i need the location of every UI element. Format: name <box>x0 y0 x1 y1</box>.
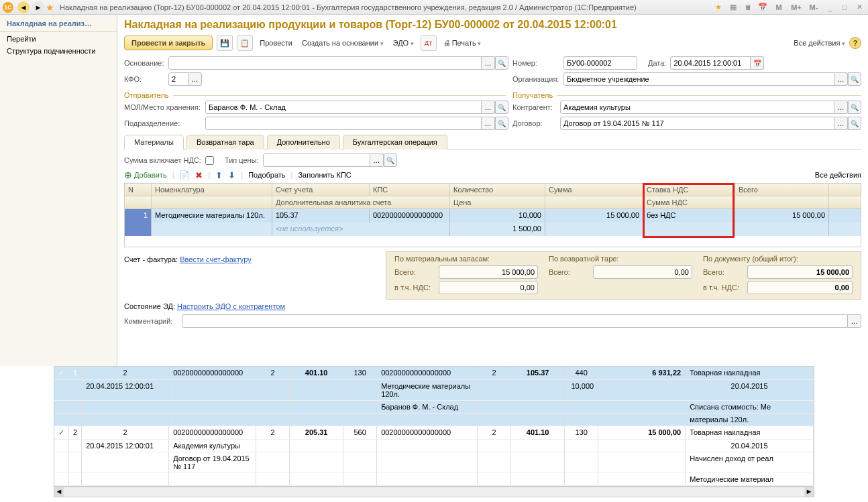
grid-row-1b[interactable]: <не используется> 1 500,00 <box>125 223 861 236</box>
receiver-section: Получатель <box>512 91 553 99</box>
tare-total <box>593 265 692 279</box>
minimize-button[interactable]: _ <box>824 3 836 11</box>
col-kps[interactable]: КПС <box>370 184 450 196</box>
sidebar: Накладная на реализ… Перейти Структура п… <box>0 15 117 366</box>
copy-row-icon[interactable]: 📄 <box>179 170 190 180</box>
post-close-button[interactable]: Провести и закрыть <box>124 36 213 50</box>
org-input[interactable] <box>563 72 834 86</box>
kontr-label: Контрагент: <box>512 103 556 111</box>
move-down-icon[interactable]: ⬇ <box>228 170 235 180</box>
col-acc2[interactable]: Дополнительная аналитика счета <box>272 196 450 208</box>
org-pick[interactable]: … <box>834 72 848 86</box>
osnovanie-input[interactable] <box>168 56 482 70</box>
sum-vat-label: Сумма включает НДС: <box>124 156 201 164</box>
org-label: Организация: <box>512 75 559 83</box>
favorite2-icon[interactable]: ★ <box>712 3 724 11</box>
podr-pick[interactable]: … <box>482 117 495 130</box>
kontr-open[interactable]: 🔍 <box>848 101 861 114</box>
sum-vat-checkbox[interactable] <box>205 156 214 165</box>
all-actions-button[interactable]: Все действия <box>794 39 845 47</box>
document-title: Накладная на реализацию продукции и това… <box>124 19 861 31</box>
col-price[interactable]: Цена <box>450 196 545 208</box>
kfo-input[interactable] <box>168 72 188 86</box>
print-button[interactable]: 🖨Печать <box>441 38 484 48</box>
post-icon[interactable]: 📋 <box>237 35 253 51</box>
osnovanie-label: Основание: <box>124 59 164 67</box>
invoice-link[interactable]: Ввести счет-фактуру <box>180 255 252 263</box>
tab-return-tare[interactable]: Возвратная тара <box>186 135 264 149</box>
dogovor-input[interactable] <box>560 117 834 130</box>
h-scrollbar[interactable]: ◄ ► <box>54 487 814 497</box>
sidebar-item-goto[interactable]: Перейти <box>0 33 117 45</box>
grid-all-actions[interactable]: Все действия <box>815 171 861 179</box>
post-button[interactable]: Провести <box>257 38 295 48</box>
osnovanie-pick[interactable]: … <box>482 56 495 70</box>
move-up-icon[interactable]: ⬆ <box>215 170 223 180</box>
col-total[interactable]: Всего <box>735 184 829 196</box>
close-button[interactable]: ✕ <box>853 3 865 11</box>
tab-additional[interactable]: Дополнительно <box>267 135 340 149</box>
podr-open[interactable]: 🔍 <box>495 117 508 130</box>
dogovor-open[interactable]: 🔍 <box>848 117 861 130</box>
grid-icon[interactable]: ▦ <box>727 3 739 11</box>
sidebar-item-structure[interactable]: Структура подчиненности <box>0 45 117 57</box>
sidebar-item-doc[interactable]: Накладная на реализ… <box>0 17 117 29</box>
price-type-label: Тип цены: <box>225 156 259 164</box>
podr-input[interactable] <box>205 117 482 130</box>
fill-kps-button[interactable]: Заполнить КПС <box>298 171 351 179</box>
bg-row-2[interactable]: ✓ 2 2 00200000000000000 2 205.31 560 002… <box>54 426 814 440</box>
totals-col2-title: По возвратной таре: <box>549 255 692 263</box>
kontr-input[interactable] <box>560 101 834 114</box>
grid-row-1[interactable]: 1 Методические материалы 120л. 105.37 00… <box>125 209 861 223</box>
comment-input[interactable] <box>182 314 848 328</box>
mol-pick[interactable]: … <box>482 101 495 114</box>
window-title: Накладная на реализацию (Торг-12) БУ00-0… <box>60 3 712 11</box>
col-n[interactable]: N <box>125 184 152 196</box>
col-vat-sum[interactable]: Сумма НДС <box>643 196 735 208</box>
main-toolbar: Провести и закрыть 💾 📋 Провести Создать … <box>124 35 861 51</box>
help-button[interactable]: ? <box>849 37 861 49</box>
totals-col3-title: По документу (общий итог): <box>703 255 853 263</box>
calc-icon[interactable]: 🖩 <box>742 3 754 11</box>
calendar-icon[interactable]: 📅 <box>757 3 769 11</box>
col-sum[interactable]: Сумма <box>545 184 643 196</box>
tab-materials[interactable]: Материалы <box>124 135 184 149</box>
pick-button[interactable]: Подобрать <box>248 171 285 179</box>
col-nom[interactable]: Номенклатура <box>152 184 272 196</box>
delete-row-icon[interactable]: ✖ <box>195 170 203 180</box>
edo-button[interactable]: ЭДО <box>390 38 417 48</box>
price-type-pick[interactable]: … <box>370 153 384 167</box>
kfo-pick[interactable]: … <box>188 72 202 86</box>
m-minus-button[interactable]: M- <box>806 3 821 11</box>
mol-open[interactable]: 🔍 <box>495 101 508 114</box>
org-open[interactable]: 🔍 <box>848 72 861 86</box>
col-qty[interactable]: Количество <box>450 184 545 196</box>
ed-state-link[interactable]: Настроить ЭДО с контрагентом <box>177 302 285 310</box>
forward-button[interactable]: ► <box>32 1 44 13</box>
kontr-pick[interactable]: … <box>834 101 848 114</box>
m-button[interactable]: M <box>771 3 786 11</box>
kfo-label: КФО: <box>124 75 164 83</box>
mol-input[interactable] <box>205 101 482 114</box>
tab-accounting[interactable]: Бухгалтерская операция <box>343 135 447 149</box>
add-row-button[interactable]: Добавить <box>124 170 167 180</box>
create-on-button[interactable]: Создать на основании <box>299 38 386 48</box>
price-type-open[interactable]: 🔍 <box>384 153 397 167</box>
doc-total <box>747 265 853 279</box>
save-icon[interactable]: 💾 <box>217 35 233 51</box>
col-acc[interactable]: Счет учета <box>272 184 370 196</box>
back-button[interactable]: ◄ <box>17 1 30 13</box>
bg-row-1[interactable]: ✓ 1 2 00200000000000000 2 401.10 130 002… <box>54 367 814 380</box>
osnovanie-open[interactable]: 🔍 <box>495 56 508 70</box>
maximize-button[interactable]: □ <box>838 3 851 11</box>
price-type-input[interactable] <box>263 153 370 167</box>
comment-pick[interactable]: … <box>848 314 861 328</box>
dt-kt-icon[interactable]: Дт <box>421 35 437 51</box>
dogovor-pick[interactable]: … <box>834 117 848 130</box>
col-vat[interactable]: Ставка НДС <box>643 184 735 196</box>
m-plus-button[interactable]: M+ <box>789 3 804 11</box>
nomer-input[interactable] <box>563 56 637 70</box>
favorite-icon[interactable]: ★ <box>46 2 54 13</box>
data-input[interactable] <box>670 56 751 70</box>
data-calendar[interactable]: 📅 <box>751 56 764 70</box>
